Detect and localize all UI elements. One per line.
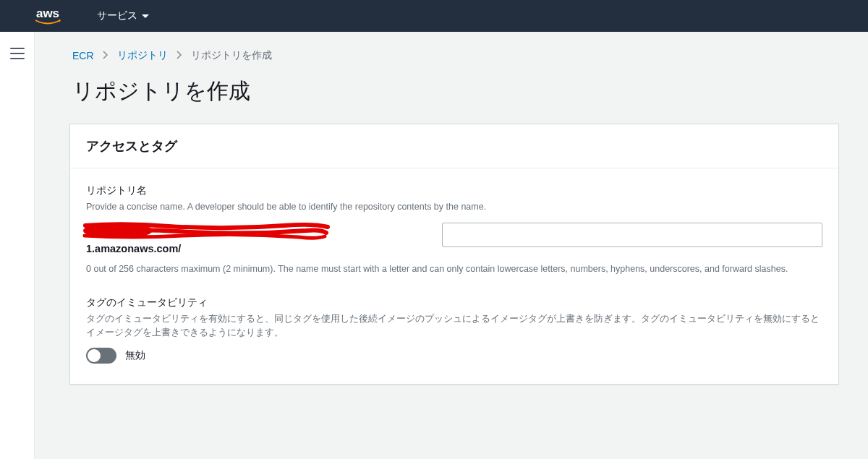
services-menu[interactable]: サービス: [97, 9, 149, 22]
aws-logo-text: aws: [36, 7, 59, 21]
top-nav: aws サービス: [0, 0, 868, 32]
aws-smile-icon: [35, 20, 61, 25]
breadcrumb-ecr[interactable]: ECR: [72, 50, 94, 61]
aws-logo[interactable]: aws: [35, 7, 61, 25]
toggle-knob: [88, 349, 101, 362]
main-content: ECR リポジトリ リポジトリを作成 リポジトリを作成 アクセスとタグ リポジト…: [35, 32, 868, 459]
repo-name-input[interactable]: [442, 223, 822, 247]
breadcrumb-repositories[interactable]: リポジトリ: [117, 49, 168, 62]
page-title: リポジトリを作成: [69, 77, 839, 106]
access-tags-panel: アクセスとタグ リポジトリ名 Provide a concise name. A…: [69, 124, 839, 385]
chevron-right-icon: [176, 50, 182, 61]
repo-name-help: Provide a concise name. A developer shou…: [86, 200, 822, 214]
repo-name-constraint: 0 out of 256 characters maximum (2 minim…: [86, 262, 822, 276]
chevron-down-icon: [142, 14, 149, 18]
breadcrumb: ECR リポジトリ リポジトリを作成: [69, 49, 839, 62]
svg-point-0: [83, 223, 153, 239]
repo-name-label: リポジトリ名: [86, 184, 822, 197]
services-label: サービス: [97, 9, 137, 22]
panel-header-title: アクセスとタグ: [86, 137, 822, 155]
tag-immutability-field: タグのイミュータビリティ タグのイミュータビリティを有効にすると、同じタグを使用…: [86, 296, 822, 364]
breadcrumb-current: リポジトリを作成: [191, 49, 272, 62]
hamburger-icon[interactable]: [10, 48, 25, 59]
repo-url-suffix: 1.amazonaws.com/: [86, 243, 433, 254]
panel-header: アクセスとタグ: [70, 124, 838, 168]
immutability-toggle-label: 無効: [125, 349, 145, 362]
redacted-prefix: [86, 223, 332, 240]
chevron-right-icon: [103, 50, 109, 61]
repo-name-field: リポジトリ名 Provide a concise name. A develop…: [86, 184, 822, 276]
immutability-help: タグのイミュータビリティを有効にすると、同じタグを使用した後続イメージのプッシュ…: [86, 312, 822, 340]
immutability-toggle[interactable]: [86, 348, 116, 364]
immutability-label: タグのイミュータビリティ: [86, 296, 822, 309]
side-toggle-column: [0, 32, 35, 459]
